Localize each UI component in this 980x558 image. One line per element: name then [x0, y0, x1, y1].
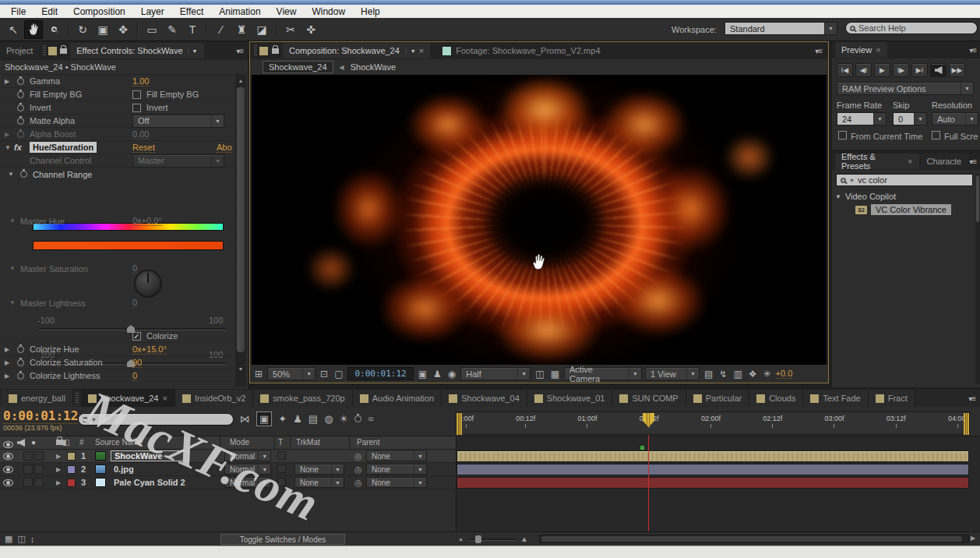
motion-blur-icon[interactable]: ◍	[324, 413, 333, 425]
scrollbar-thumb[interactable]	[976, 175, 979, 222]
layer-trkmat-dropdown[interactable]: None▼	[294, 464, 344, 475]
stopwatch-icon[interactable]	[17, 118, 24, 125]
panel-menu-icon[interactable]: ▾≡	[236, 47, 248, 55]
tl-tab-shockwave-01[interactable]: Shockwave_01	[527, 390, 613, 407]
effects-search-box[interactable]: ▼ vc color	[836, 174, 973, 186]
play-icon[interactable]: ▶	[874, 63, 890, 77]
pan-behind-tool-icon[interactable]: ✥	[114, 20, 132, 39]
panel-gripper[interactable]	[76, 393, 79, 404]
layer-switch-box[interactable]	[34, 464, 44, 474]
ram-preview-options-dropdown[interactable]: RAM Preview Options ▼	[837, 82, 974, 95]
tab-footage[interactable]: Footage: Shockwave_Promo_V2.mp4	[456, 46, 600, 55]
ram-preview-icon[interactable]: ▶▶	[949, 63, 965, 77]
layer-row-0jpg[interactable]: ▶ 2 0.jpg Normal▼ None▼ ◎ None▼	[0, 463, 456, 476]
tl-tab-audio-animation[interactable]: Audio Animation	[353, 390, 442, 407]
preview-resolution-dropdown[interactable]: Auto ▼	[932, 112, 978, 125]
menu-help[interactable]: Help	[353, 6, 388, 17]
layer-row-shockwave[interactable]: ▶ 1 ShockWave Normal▼ ◎ None▼	[0, 450, 456, 463]
magnification-dropdown[interactable]: 50% ▼	[267, 367, 316, 380]
region-of-interest-icon[interactable]: ▢	[333, 369, 344, 380]
stopwatch-icon[interactable]	[17, 104, 24, 111]
full-screen-checkbox[interactable]	[932, 131, 940, 140]
viewer-timecode[interactable]: 0:00:01:12	[347, 367, 413, 380]
safe-zones-icon[interactable]: ⊡	[319, 369, 330, 380]
exposure-value[interactable]: +0.0	[776, 369, 793, 379]
stopwatch-icon[interactable]	[20, 171, 27, 178]
expander-icon[interactable]: ▶	[5, 131, 9, 138]
layer-parent-dropdown[interactable]: None▼	[366, 464, 427, 475]
pickwhip-icon[interactable]: ◎	[354, 478, 362, 488]
colorize-saturation-value[interactable]: 90	[132, 358, 142, 368]
effects-group-video-copilot[interactable]: ▼ Video Copilot	[835, 192, 896, 201]
rectangle-tool-icon[interactable]: ▭	[143, 20, 161, 39]
fill-empty-bg-checkbox[interactable]	[132, 90, 141, 99]
expander-icon[interactable]: ▶	[56, 453, 61, 460]
slider-thumb[interactable]	[475, 535, 481, 543]
zoom-out-mountain-icon[interactable]: ▲	[458, 536, 464, 542]
eraser-tool-icon[interactable]: ◪	[252, 20, 271, 39]
scrollbar-thumb[interactable]	[237, 87, 245, 352]
matte-alpha-dropdown[interactable]: Off ▼	[132, 115, 224, 128]
expander-icon[interactable]: ▶	[5, 359, 9, 366]
close-icon[interactable]: ×	[419, 46, 424, 55]
pickwhip-icon[interactable]: ◎	[354, 464, 362, 475]
timeline-current-time[interactable]: 0:00:01:12	[3, 408, 78, 424]
expand-in-out-icon[interactable]: ↕	[30, 535, 35, 544]
layer-mode-dropdown[interactable]: Normal▼	[224, 450, 271, 461]
tab-composition[interactable]: Composition: Shockwave_24 ▼ ×	[283, 43, 430, 58]
column-source-name[interactable]: Source Name	[95, 438, 143, 447]
layer-label-chip[interactable]	[67, 465, 76, 474]
panel-gripper[interactable]	[254, 45, 257, 56]
next-frame-icon[interactable]: I▶	[893, 63, 909, 77]
last-frame-icon[interactable]: ▶I	[911, 63, 928, 77]
column-t[interactable]: T	[278, 438, 283, 447]
preserve-transparency-box[interactable]	[277, 451, 286, 460]
colorize-hue-value[interactable]: 0x+15.0°	[132, 344, 167, 355]
snapshot-icon[interactable]: ▣	[417, 369, 428, 380]
pen-tool-icon[interactable]: ✎	[163, 20, 182, 39]
menu-animation[interactable]: Animation	[211, 6, 268, 17]
layer-visibility-icon[interactable]	[3, 453, 13, 460]
stopwatch-icon[interactable]	[17, 91, 24, 98]
layer-switch-box[interactable]	[23, 451, 33, 461]
tab-project[interactable]: Project	[0, 43, 39, 58]
selection-tool-icon[interactable]: ↖	[4, 20, 23, 39]
column-mode[interactable]: Mode	[230, 438, 249, 447]
menu-edit[interactable]: Edit	[33, 6, 65, 17]
track-bar-shockwave[interactable]	[457, 450, 969, 462]
stopwatch-icon[interactable]	[17, 373, 24, 380]
gamma-value[interactable]: 1.00	[132, 76, 149, 87]
colorize-lightness-value[interactable]: 0	[132, 371, 137, 381]
panel-menu-icon[interactable]: ▾≡	[969, 46, 980, 55]
scroll-up-icon[interactable]: ▲	[235, 76, 246, 86]
grid-options-icon[interactable]: ⊞	[253, 369, 264, 380]
layer-mode-dropdown[interactable]: Normal▼	[224, 477, 271, 488]
layer-switch-box[interactable]	[23, 464, 33, 474]
close-icon[interactable]: ×	[908, 157, 912, 166]
expander-icon[interactable]: ▶	[5, 346, 9, 353]
frame-blend-icon[interactable]: ▤	[308, 413, 318, 425]
tl-tab-insideorb-v2[interactable]: InsideOrb_v2	[175, 390, 253, 407]
menu-window[interactable]: Window	[304, 6, 353, 17]
menu-view[interactable]: View	[269, 6, 305, 17]
tab-preview[interactable]: Preview ×	[835, 42, 887, 58]
work-area-start-handle[interactable]	[457, 413, 462, 435]
collapse-icon[interactable]: ▼	[9, 265, 16, 272]
puppet-pin-tool-icon[interactable]: ✜	[301, 20, 320, 39]
layer-visibility-icon[interactable]	[3, 479, 13, 486]
zoom-in-mountain-icon[interactable]: ▲	[520, 535, 528, 543]
effects-item-vc-color-vibrance[interactable]: 32 VC Color Vibrance	[855, 204, 951, 215]
menu-file[interactable]: File	[3, 6, 33, 17]
exposure-icon[interactable]: ✳	[762, 369, 773, 380]
collapse-icon[interactable]: ▼	[9, 299, 16, 306]
keyframe-indicator[interactable]	[640, 446, 644, 450]
show-channels-icon[interactable]: ◉	[446, 369, 457, 380]
search-help-box[interactable]: Search Help	[845, 22, 978, 34]
zoom-tool-icon[interactable]	[44, 20, 63, 39]
menu-composition[interactable]: Composition	[65, 6, 133, 17]
column-number[interactable]: #	[79, 438, 84, 447]
toggle-switches-modes-button[interactable]: Toggle Switches / Modes	[220, 534, 345, 545]
playhead-line[interactable]	[648, 435, 649, 532]
fast-previews-icon[interactable]: ↯	[717, 369, 728, 380]
preserve-transparency-box[interactable]	[277, 464, 286, 473]
